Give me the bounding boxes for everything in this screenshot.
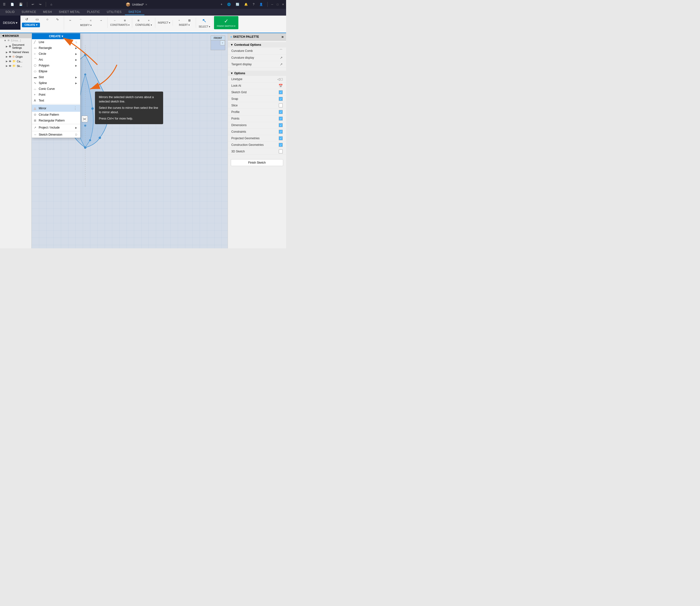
canvas-area[interactable]: CREATE ▾ ╱ Line L ▭ Rectangle ▶ ○ Circle…	[32, 33, 228, 248]
points-checkbox[interactable]: ✓	[279, 117, 283, 120]
maximize-btn[interactable]: □	[276, 3, 279, 6]
sketch-grid-checkbox[interactable]: ✓	[279, 90, 283, 94]
curvature-display-row: Curvature display ↗	[228, 54, 286, 61]
create-rect-btn[interactable]: ▭	[32, 17, 42, 22]
user-btn[interactable]: 👤	[258, 2, 264, 7]
select-dropdown-btn[interactable]: SELECT ▾	[198, 25, 211, 28]
tab-sketch[interactable]: SKETCH	[125, 9, 144, 15]
menu-item-sketch-dim[interactable]: ↔ Sketch Dimension D	[32, 132, 80, 138]
browser-ca[interactable]: ▶ 👁 📁 Ca...	[0, 59, 31, 64]
browser-doc-settings[interactable]: ▶ ⚙ Document Settings	[0, 43, 31, 50]
sync-btn[interactable]: 🔄	[234, 2, 241, 7]
help-btn[interactable]: ?	[251, 2, 256, 7]
tab-sheet-metal[interactable]: SHEET METAL	[55, 9, 84, 15]
close-btn[interactable]: ✕	[281, 3, 285, 6]
menu-item-rect-pattern[interactable]: ⊞ Rectangular Pattern	[32, 118, 80, 123]
menu-item-polygon[interactable]: ⬡ Polygon ▶	[32, 63, 80, 68]
minimize-btn[interactable]: ─	[271, 3, 274, 6]
menu-item-line[interactable]: ╱ Line L	[32, 39, 80, 45]
constraint-2-btn[interactable]: ⊞	[120, 19, 130, 22]
curvature-display-icon[interactable]: ↗	[280, 56, 283, 60]
tab-solid[interactable]: SOLID	[2, 9, 18, 15]
tab-utilities[interactable]: UTILITIES	[103, 9, 125, 15]
construction-geo-checkbox[interactable]: ✓	[279, 143, 283, 147]
online-btn[interactable]: 🌐	[226, 2, 232, 7]
slice-checkbox[interactable]	[279, 103, 283, 108]
constraints-checkbox[interactable]: ✓	[279, 130, 283, 134]
menu-item-text[interactable]: A Text	[32, 98, 80, 103]
finish-sketch-btn[interactable]: ✓ FINISH SKETCH ▾	[214, 16, 238, 29]
ribbon: DESIGN ▾ ↺ ▭ ○ ∿ CREATE ▾ ✂ ⌒ ⊂ ⊸ MODIFY…	[0, 16, 286, 33]
linetype-icon2[interactable]: □	[281, 77, 283, 81]
tab-mesh[interactable]: MESH	[40, 9, 55, 15]
browser-sk[interactable]: ▶ 👁 📁 Sk...	[0, 64, 31, 68]
constraint-1-btn[interactable]: ↔	[110, 19, 120, 22]
notif-btn[interactable]: 🔔	[243, 2, 249, 7]
mirror-more-icon[interactable]: ⋮	[73, 106, 77, 111]
select-cursor-btn[interactable]: ↖	[200, 17, 209, 24]
view-cube[interactable]: FRONT Y	[211, 36, 225, 50]
browser-named-views[interactable]: ▶ 👁 Named Views	[0, 50, 31, 54]
insert-2-btn[interactable]: 🖼	[185, 19, 194, 22]
insert-1-btn[interactable]: +	[174, 19, 184, 22]
menu-item-ellipse[interactable]: ⬭ Ellipse	[32, 68, 80, 74]
new-doc-btn[interactable]: 📄	[9, 2, 16, 7]
menu-item-project-include[interactable]: ↗ Project / Include ▶	[32, 125, 80, 131]
configure-2-btn[interactable]: ≡	[144, 19, 154, 22]
contextual-options-header[interactable]: ▼ Contextual Options	[228, 42, 286, 47]
options-header[interactable]: ▼ Options	[228, 71, 286, 76]
tab-surface[interactable]: SURFACE	[18, 9, 40, 15]
home-btn[interactable]: ⌂	[49, 2, 53, 7]
tangent-display-icon[interactable]: ↗	[280, 62, 283, 66]
snap-checkbox[interactable]: ✓	[279, 97, 283, 101]
menu-item-slot[interactable]: ▬ Slot ▶	[32, 74, 80, 80]
curvature-comb-icon[interactable]: ⌒	[279, 49, 283, 53]
look-at-icon[interactable]: 📅	[279, 84, 283, 88]
menu-item-circle[interactable]: ○ Circle ▶	[32, 51, 80, 57]
create-circle-btn[interactable]: ○	[42, 17, 52, 22]
undo-btn[interactable]: ↩	[30, 2, 36, 7]
profile-checkbox[interactable]: ✓	[279, 110, 283, 114]
configure-dropdown-btn[interactable]: CONFIGURE ▾	[134, 23, 153, 27]
points-row: Points ✓	[228, 115, 286, 122]
linetype-icon1[interactable]: ◁	[277, 77, 280, 81]
menu-polygon-label: Polygon	[39, 64, 49, 67]
browser-origin[interactable]: ▶ 👁 ⊙ Origin	[0, 54, 31, 59]
modify-arc-btn[interactable]: ⌒	[76, 18, 86, 22]
palette-expand-btn[interactable]: »	[281, 34, 284, 39]
menu-item-spline[interactable]: ∿ Spline ▶	[32, 80, 80, 86]
redo-btn[interactable]: ↪	[38, 2, 43, 7]
insert-dropdown-btn[interactable]: INSERT ▾	[178, 23, 191, 27]
modify-offset-btn[interactable]: ⊂	[86, 18, 96, 22]
app-menu-btn[interactable]: ☰	[1, 2, 7, 7]
3d-sketch-checkbox[interactable]	[279, 149, 283, 154]
menu-item-point[interactable]: + Point	[32, 92, 80, 98]
dimensions-checkbox[interactable]: ✓	[279, 123, 283, 127]
tab-close-btn[interactable]: ×	[145, 3, 147, 6]
menu-item-mirror[interactable]: △ Mirror ⋮	[32, 105, 80, 112]
add-tab-btn[interactable]: +	[219, 2, 224, 7]
modify-dropdown-btn[interactable]: MODIFY ▾	[79, 23, 92, 27]
create-btn[interactable]: CREATE ▾	[22, 23, 40, 27]
projected-geo-checkbox[interactable]: ✓	[279, 136, 283, 140]
constraints-dropdown-btn[interactable]: CONSTRAINTS ▾	[109, 23, 130, 27]
view-cube-front[interactable]: FRONT	[211, 36, 225, 41]
create-line-btn[interactable]: ↺	[22, 17, 32, 22]
configure-1-btn[interactable]: ⊞	[134, 19, 143, 22]
save-btn[interactable]: 💾	[18, 2, 24, 7]
inspect-dropdown-btn[interactable]: INSPECT ▾	[157, 21, 171, 25]
design-dropdown-btn[interactable]: DESIGN ▾	[0, 16, 20, 30]
palette-finish-sketch-btn[interactable]: Finish Sketch	[231, 159, 283, 166]
modify-extra-btn[interactable]: ⊸	[96, 18, 106, 22]
slot-submenu-arrow: ▶	[75, 76, 77, 79]
browser-root[interactable]: ▼ 👁 [Unsa...]	[0, 38, 31, 43]
menu-item-arc[interactable]: ⌒ Arc ▶	[32, 57, 80, 63]
menu-item-circular-pattern[interactable]: ⊙ Circular Pattern	[32, 112, 80, 118]
contextual-options-title: Contextual Options	[234, 43, 261, 47]
menu-item-rectangle[interactable]: ▭ Rectangle ▶	[32, 45, 80, 51]
menu-create-header-btn[interactable]: CREATE ▾	[32, 33, 80, 39]
tab-plastic[interactable]: PLASTIC	[84, 9, 103, 15]
menu-item-conic[interactable]: ⌓ Conic Curve	[32, 86, 80, 92]
modify-trim-btn[interactable]: ✂	[66, 18, 75, 22]
create-spline-btn[interactable]: ∿	[53, 17, 62, 22]
